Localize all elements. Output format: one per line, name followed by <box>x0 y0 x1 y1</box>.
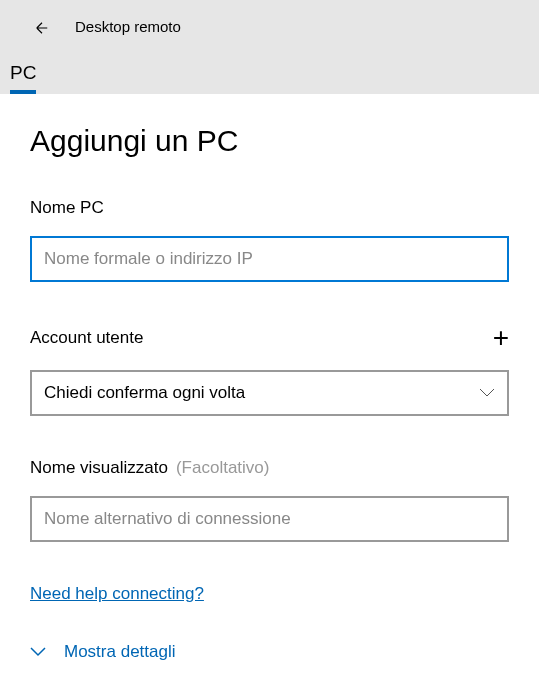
optional-text: (Facoltativo) <box>176 458 270 478</box>
display-name-label: Nome visualizzato <box>30 458 168 478</box>
add-account-button[interactable]: + <box>493 324 509 352</box>
user-account-label: Account utente <box>30 328 143 348</box>
pc-name-label: Nome PC <box>30 198 509 218</box>
display-name-input[interactable] <box>30 496 509 542</box>
show-details-toggle[interactable]: Mostra dettagli <box>30 642 509 662</box>
user-account-select[interactable]: Chiedi conferma ogni volta <box>30 370 509 416</box>
tab-pc[interactable]: PC <box>10 62 36 94</box>
pc-name-input[interactable] <box>30 236 509 282</box>
show-details-label: Mostra dettagli <box>64 642 176 662</box>
app-title: Desktop remoto <box>75 18 181 35</box>
back-arrow-icon <box>33 19 51 41</box>
help-link[interactable]: Need help connecting? <box>30 584 204 604</box>
chevron-down-icon <box>30 642 46 662</box>
page-title: Aggiungi un PC <box>30 124 509 158</box>
back-button[interactable] <box>30 18 54 42</box>
user-account-selected: Chiedi conferma ogni volta <box>44 383 245 403</box>
